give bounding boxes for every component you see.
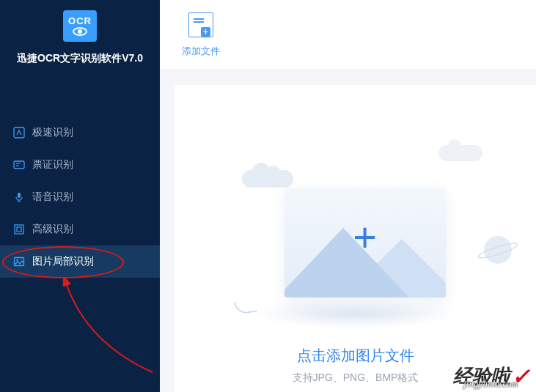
add-file-button[interactable]: 添加文件 <box>182 12 220 58</box>
sidebar-item-image-region[interactable]: 图片局部识别 <box>0 245 160 278</box>
toolbar: 添加文件 <box>160 0 536 70</box>
sidebar-item-label: 票证识别 <box>32 158 73 171</box>
app-logo-icon: OCR <box>63 10 97 42</box>
advanced-icon <box>13 223 25 235</box>
sidebar-item-label: 高级识别 <box>32 223 73 236</box>
speed-icon <box>13 127 25 138</box>
content-panel: + 点击添加图片文件 支持JPG、PNG、BMP格式 <box>175 85 536 392</box>
sidebar-item-label: 图片局部识别 <box>32 255 94 268</box>
sidebar: OCR 迅捷OCR文字识别软件V7.0 极速识别 票证识别 <box>0 0 160 392</box>
add-file-label: 添加文件 <box>182 45 220 58</box>
sidebar-menu: 极速识别 票证识别 语音识别 高级识别 <box>0 117 160 278</box>
sidebar-item-advanced[interactable]: 高级识别 <box>0 213 160 245</box>
brand: OCR 迅捷OCR文字识别软件V7.0 <box>0 0 160 71</box>
main-panel: 添加文件 + 点击添加图片文件 支持JPG、PNG、B <box>160 0 536 392</box>
svg-rect-6 <box>17 227 21 232</box>
sidebar-item-speed[interactable]: 极速识别 <box>0 117 160 149</box>
image-icon <box>13 256 25 267</box>
drop-zone[interactable]: + 点击添加图片文件 支持JPG、PNG、BMP格式 <box>175 148 536 385</box>
add-file-icon <box>188 12 213 37</box>
svg-rect-4 <box>18 193 21 198</box>
svg-rect-1 <box>14 161 24 169</box>
sidebar-item-ticket[interactable]: 票证识别 <box>0 149 160 181</box>
drop-title: 点击添加图片文件 <box>175 346 536 366</box>
ticket-icon <box>13 159 25 171</box>
app-title: 迅捷OCR文字识别软件V7.0 <box>0 52 160 65</box>
drop-subtitle: 支持JPG、PNG、BMP格式 <box>175 371 536 385</box>
svg-point-8 <box>16 259 18 261</box>
sidebar-item-voice[interactable]: 语音识别 <box>0 181 160 213</box>
plus-icon: + <box>353 217 377 258</box>
svg-rect-5 <box>15 225 23 234</box>
sidebar-item-label: 语音识别 <box>32 191 73 204</box>
svg-rect-0 <box>14 127 24 138</box>
drop-illustration: + <box>220 148 491 324</box>
mic-icon <box>13 191 25 203</box>
sidebar-item-label: 极速识别 <box>32 126 73 139</box>
